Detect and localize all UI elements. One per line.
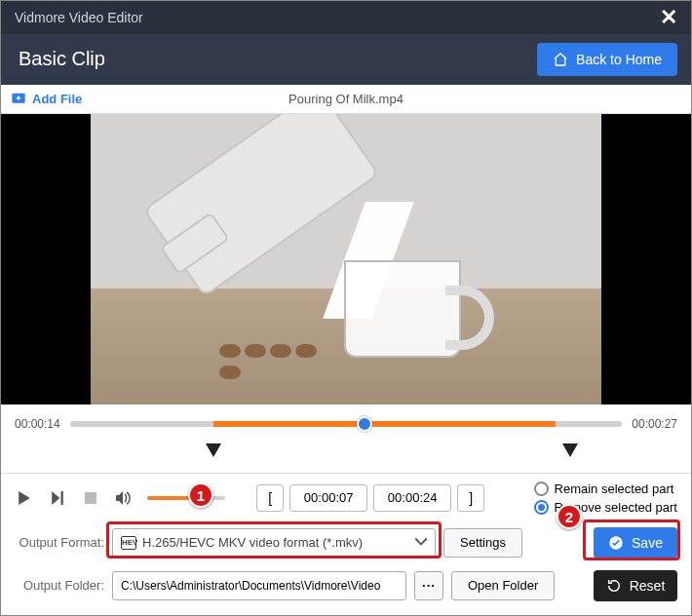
section-bar: Basic Clip Back to Home — [1, 34, 691, 85]
video-preview — [1, 114, 691, 405]
volume-slider[interactable] — [147, 496, 225, 500]
range-in-marker[interactable] — [206, 443, 221, 457]
check-circle-icon — [608, 535, 624, 551]
svg-rect-2 — [85, 492, 96, 504]
range-out-field[interactable] — [373, 484, 451, 512]
close-icon[interactable]: ✕ — [660, 5, 677, 30]
volume-icon[interactable] — [114, 488, 134, 508]
playhead[interactable] — [357, 416, 372, 432]
range-in-field[interactable] — [289, 484, 367, 512]
timeline-selection — [213, 421, 556, 427]
browse-folder-button[interactable]: ··· — [414, 571, 443, 600]
step-icon — [51, 491, 64, 505]
section-title: Basic Clip — [19, 48, 105, 70]
set-out-button[interactable]: ] — [457, 484, 484, 512]
playback-controls: [ ] Remain selected part Remove selected… — [1, 473, 691, 521]
back-home-button[interactable]: Back to Home — [537, 43, 677, 76]
range-out-marker[interactable] — [562, 443, 578, 457]
set-in-button[interactable]: [ — [256, 484, 284, 512]
add-file-label: Add File — [32, 92, 82, 106]
output-folder-label: Output Folder: — [15, 578, 104, 593]
current-file-name: Pouring Of Milk.mp4 — [288, 92, 404, 106]
remove-option[interactable]: Remove selected part — [534, 500, 677, 515]
add-file-button[interactable]: Add File — [11, 91, 82, 106]
remain-label: Remain selected part — [555, 481, 674, 496]
chevron-down-icon — [414, 535, 428, 549]
stop-button[interactable] — [81, 488, 100, 508]
remove-label: Remove selected part — [555, 500, 677, 515]
speaker-icon — [116, 491, 132, 505]
play-button[interactable] — [15, 488, 34, 508]
app-title: Vidmore Video Editor — [15, 10, 143, 25]
settings-button[interactable]: Settings — [443, 528, 522, 558]
timeline[interactable]: 00:00:14 00:00:27 — [1, 404, 691, 443]
timeline-end-time: 00:00:27 — [632, 417, 677, 431]
output-panel: Output Format: HEV H.265/HEVC MKV video … — [1, 521, 691, 615]
range-markers — [54, 443, 638, 467]
output-format-value: H.265/HEVC MKV video format (*.mkv) — [142, 535, 363, 550]
titlebar: Vidmore Video Editor ✕ — [1, 1, 691, 34]
file-row: Add File Pouring Of Milk.mp4 — [1, 85, 691, 114]
timeline-start-time: 00:00:14 — [15, 417, 60, 431]
stop-icon — [85, 492, 96, 504]
output-folder-field[interactable] — [112, 571, 406, 600]
hevc-icon: HEV — [121, 536, 136, 550]
step-button[interactable] — [48, 488, 67, 508]
reset-button[interactable]: Reset — [594, 570, 677, 601]
svg-rect-1 — [61, 491, 63, 505]
timeline-track[interactable] — [70, 421, 623, 427]
back-home-label: Back to Home — [576, 52, 662, 67]
play-icon — [18, 491, 31, 505]
output-format-label: Output Format: — [15, 535, 104, 550]
remain-option[interactable]: Remain selected part — [534, 481, 677, 496]
video-frame — [91, 114, 601, 405]
home-icon — [553, 52, 568, 67]
add-file-icon — [11, 91, 26, 106]
radio-off-icon — [534, 481, 549, 496]
save-label: Save — [632, 535, 663, 551]
save-button[interactable]: Save — [594, 527, 677, 558]
output-format-select[interactable]: HEV H.265/HEVC MKV video format (*.mkv) — [112, 528, 436, 558]
radio-on-icon — [534, 500, 549, 515]
open-folder-button[interactable]: Open Folder — [451, 571, 555, 600]
reset-icon — [606, 578, 622, 594]
reset-label: Reset — [630, 578, 666, 594]
